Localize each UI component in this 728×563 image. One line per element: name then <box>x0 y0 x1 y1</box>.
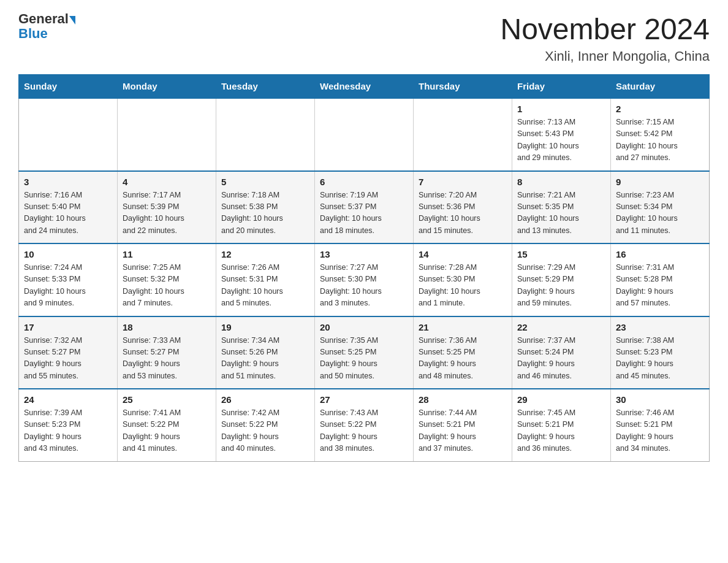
main-title: November 2024 <box>500 12 710 46</box>
day-info: Sunrise: 7:18 AMSunset: 5:38 PMDaylight:… <box>221 190 309 237</box>
calendar-cell <box>118 98 216 171</box>
day-number: 10 <box>24 249 112 259</box>
day-number: 27 <box>320 394 408 405</box>
calendar-cell <box>315 98 414 171</box>
logo-triangle-icon <box>69 16 75 25</box>
day-info: Sunrise: 7:15 AMSunset: 5:42 PMDaylight:… <box>616 117 704 164</box>
calendar-week-row: 17Sunrise: 7:32 AMSunset: 5:27 PMDayligh… <box>19 316 710 389</box>
day-number: 5 <box>221 177 309 187</box>
calendar-cell: 24Sunrise: 7:39 AMSunset: 5:23 PMDayligh… <box>19 389 118 461</box>
day-info: Sunrise: 7:33 AMSunset: 5:27 PMDaylight:… <box>123 335 211 383</box>
day-info: Sunrise: 7:20 AMSunset: 5:36 PMDaylight:… <box>419 190 507 237</box>
weekday-header-thursday: Thursday <box>414 75 512 99</box>
calendar-cell: 7Sunrise: 7:20 AMSunset: 5:36 PMDaylight… <box>414 171 512 244</box>
calendar-cell <box>216 98 315 171</box>
weekday-header-sunday: Sunday <box>19 75 118 99</box>
calendar-table: SundayMondayTuesdayWednesdayThursdayFrid… <box>18 74 710 462</box>
day-info: Sunrise: 7:34 AMSunset: 5:26 PMDaylight:… <box>221 335 309 383</box>
day-number: 17 <box>24 322 112 332</box>
calendar-week-row: 1Sunrise: 7:13 AMSunset: 5:43 PMDaylight… <box>19 98 710 171</box>
day-info: Sunrise: 7:32 AMSunset: 5:27 PMDaylight:… <box>24 335 112 383</box>
day-info: Sunrise: 7:46 AMSunset: 5:21 PMDaylight:… <box>616 407 704 455</box>
calendar-cell: 12Sunrise: 7:26 AMSunset: 5:31 PMDayligh… <box>216 243 315 316</box>
calendar-cell: 22Sunrise: 7:37 AMSunset: 5:24 PMDayligh… <box>512 316 611 389</box>
logo-blue-label: Blue <box>18 26 48 41</box>
day-number: 11 <box>123 249 211 259</box>
calendar-cell: 9Sunrise: 7:23 AMSunset: 5:34 PMDaylight… <box>611 171 710 244</box>
calendar-week-row: 10Sunrise: 7:24 AMSunset: 5:33 PMDayligh… <box>19 243 710 316</box>
day-info: Sunrise: 7:44 AMSunset: 5:21 PMDaylight:… <box>419 407 507 455</box>
day-info: Sunrise: 7:13 AMSunset: 5:43 PMDaylight:… <box>517 117 605 164</box>
calendar-cell: 13Sunrise: 7:27 AMSunset: 5:30 PMDayligh… <box>315 243 414 316</box>
calendar-cell: 6Sunrise: 7:19 AMSunset: 5:37 PMDaylight… <box>315 171 414 244</box>
calendar-cell: 11Sunrise: 7:25 AMSunset: 5:32 PMDayligh… <box>118 243 216 316</box>
calendar-cell: 10Sunrise: 7:24 AMSunset: 5:33 PMDayligh… <box>19 243 118 316</box>
calendar-cell: 29Sunrise: 7:45 AMSunset: 5:21 PMDayligh… <box>512 389 611 461</box>
day-info: Sunrise: 7:17 AMSunset: 5:39 PMDaylight:… <box>123 190 211 237</box>
day-info: Sunrise: 7:43 AMSunset: 5:22 PMDaylight:… <box>320 407 408 455</box>
calendar-cell <box>414 98 512 171</box>
calendar-cell: 18Sunrise: 7:33 AMSunset: 5:27 PMDayligh… <box>118 316 216 389</box>
day-number: 9 <box>616 177 704 187</box>
weekday-header-row: SundayMondayTuesdayWednesdayThursdayFrid… <box>19 75 710 99</box>
weekday-header-tuesday: Tuesday <box>216 75 315 99</box>
day-number: 30 <box>616 394 704 405</box>
calendar-cell: 21Sunrise: 7:36 AMSunset: 5:25 PMDayligh… <box>414 316 512 389</box>
weekday-header-wednesday: Wednesday <box>315 75 414 99</box>
logo-blue-text: Blue <box>18 26 48 42</box>
calendar-cell: 20Sunrise: 7:35 AMSunset: 5:25 PMDayligh… <box>315 316 414 389</box>
calendar-cell: 16Sunrise: 7:31 AMSunset: 5:28 PMDayligh… <box>611 243 710 316</box>
calendar-cell: 17Sunrise: 7:32 AMSunset: 5:27 PMDayligh… <box>19 316 118 389</box>
day-number: 3 <box>24 177 112 187</box>
day-number: 4 <box>123 177 211 187</box>
day-info: Sunrise: 7:42 AMSunset: 5:22 PMDaylight:… <box>221 407 309 455</box>
day-number: 1 <box>517 104 605 114</box>
day-number: 18 <box>123 322 211 332</box>
calendar-week-row: 24Sunrise: 7:39 AMSunset: 5:23 PMDayligh… <box>19 389 710 461</box>
day-number: 24 <box>24 394 112 405</box>
logo-text: General <box>18 12 77 26</box>
calendar-cell: 30Sunrise: 7:46 AMSunset: 5:21 PMDayligh… <box>611 389 710 461</box>
day-info: Sunrise: 7:45 AMSunset: 5:21 PMDaylight:… <box>517 407 605 455</box>
day-info: Sunrise: 7:21 AMSunset: 5:35 PMDaylight:… <box>517 190 605 237</box>
day-number: 6 <box>320 177 408 187</box>
day-info: Sunrise: 7:19 AMSunset: 5:37 PMDaylight:… <box>320 190 408 237</box>
calendar-week-row: 3Sunrise: 7:16 AMSunset: 5:40 PMDaylight… <box>19 171 710 244</box>
calendar-cell: 28Sunrise: 7:44 AMSunset: 5:21 PMDayligh… <box>414 389 512 461</box>
day-info: Sunrise: 7:27 AMSunset: 5:30 PMDaylight:… <box>320 262 408 310</box>
calendar-cell: 15Sunrise: 7:29 AMSunset: 5:29 PMDayligh… <box>512 243 611 316</box>
day-number: 26 <box>221 394 309 405</box>
calendar-cell: 2Sunrise: 7:15 AMSunset: 5:42 PMDaylight… <box>611 98 710 171</box>
day-info: Sunrise: 7:28 AMSunset: 5:30 PMDaylight:… <box>419 262 507 310</box>
calendar-cell: 23Sunrise: 7:38 AMSunset: 5:23 PMDayligh… <box>611 316 710 389</box>
calendar-cell <box>19 98 118 171</box>
logo-general-text: General <box>18 12 69 26</box>
calendar-cell: 4Sunrise: 7:17 AMSunset: 5:39 PMDaylight… <box>118 171 216 244</box>
subtitle: Xinli, Inner Mongolia, China <box>500 48 710 64</box>
day-info: Sunrise: 7:37 AMSunset: 5:24 PMDaylight:… <box>517 335 605 383</box>
calendar-cell: 25Sunrise: 7:41 AMSunset: 5:22 PMDayligh… <box>118 389 216 461</box>
day-info: Sunrise: 7:35 AMSunset: 5:25 PMDaylight:… <box>320 335 408 383</box>
calendar-cell: 26Sunrise: 7:42 AMSunset: 5:22 PMDayligh… <box>216 389 315 461</box>
day-info: Sunrise: 7:26 AMSunset: 5:31 PMDaylight:… <box>221 262 309 310</box>
calendar-cell: 5Sunrise: 7:18 AMSunset: 5:38 PMDaylight… <box>216 171 315 244</box>
calendar-cell: 8Sunrise: 7:21 AMSunset: 5:35 PMDaylight… <box>512 171 611 244</box>
day-info: Sunrise: 7:38 AMSunset: 5:23 PMDaylight:… <box>616 335 704 383</box>
day-number: 28 <box>419 394 507 405</box>
calendar-cell: 27Sunrise: 7:43 AMSunset: 5:22 PMDayligh… <box>315 389 414 461</box>
calendar-cell: 1Sunrise: 7:13 AMSunset: 5:43 PMDaylight… <box>512 98 611 171</box>
calendar-cell: 14Sunrise: 7:28 AMSunset: 5:30 PMDayligh… <box>414 243 512 316</box>
calendar-cell: 3Sunrise: 7:16 AMSunset: 5:40 PMDaylight… <box>19 171 118 244</box>
day-number: 8 <box>517 177 605 187</box>
weekday-header-monday: Monday <box>118 75 216 99</box>
title-area: November 2024 Xinli, Inner Mongolia, Chi… <box>500 12 710 64</box>
day-number: 25 <box>123 394 211 405</box>
day-info: Sunrise: 7:16 AMSunset: 5:40 PMDaylight:… <box>24 190 112 237</box>
day-number: 13 <box>320 249 408 259</box>
day-info: Sunrise: 7:29 AMSunset: 5:29 PMDaylight:… <box>517 262 605 310</box>
day-info: Sunrise: 7:39 AMSunset: 5:23 PMDaylight:… <box>24 407 112 455</box>
logo: General Blue <box>18 12 77 42</box>
day-info: Sunrise: 7:36 AMSunset: 5:25 PMDaylight:… <box>419 335 507 383</box>
day-number: 15 <box>517 249 605 259</box>
day-number: 19 <box>221 322 309 332</box>
